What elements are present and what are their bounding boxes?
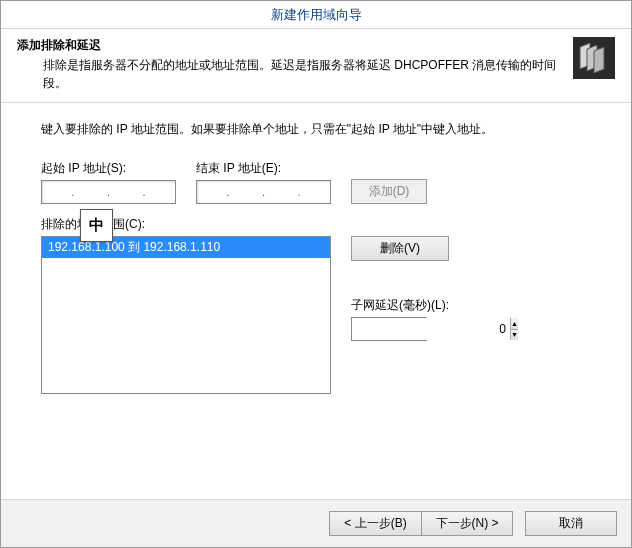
titlebar: 新建作用域向导 <box>1 1 631 29</box>
wizard-header: 添加排除和延迟 排除是指服务器不分配的地址或地址范围。延迟是指服务器将延迟 DH… <box>1 29 631 103</box>
end-ip-input[interactable]: . . . <box>196 180 331 204</box>
spinner-up-icon[interactable]: ▲ <box>511 318 518 330</box>
remove-button[interactable]: 删除(V) <box>351 236 449 261</box>
exclusion-listbox[interactable]: 192.168.1.100 到 192.168.1.110 <box>41 236 331 394</box>
wizard-icon <box>573 37 615 79</box>
header-text: 添加排除和延迟 排除是指服务器不分配的地址或地址范围。延迟是指服务器将延迟 DH… <box>17 37 565 92</box>
spinner-down-icon[interactable]: ▼ <box>511 330 518 341</box>
header-title: 添加排除和延迟 <box>17 37 565 54</box>
next-button[interactable]: 下一步(N) > <box>421 511 513 536</box>
subnet-delay-label: 子网延迟(毫秒)(L): <box>351 297 449 314</box>
wizard-footer: < 上一步(B) 下一步(N) > 取消 <box>1 499 631 547</box>
back-button[interactable]: < 上一步(B) <box>329 511 421 536</box>
ime-char: 中 <box>89 216 104 235</box>
window-title: 新建作用域向导 <box>271 6 362 24</box>
wizard-content: 键入要排除的 IP 地址范围。如果要排除单个地址，只需在"起始 IP 地址"中键… <box>1 103 631 404</box>
excluded-range-label: 排除的地址范围(C): <box>41 216 591 233</box>
start-ip-label: 起始 IP 地址(S): <box>41 160 176 177</box>
ime-indicator[interactable]: 中 <box>80 209 113 242</box>
cancel-button[interactable]: 取消 <box>525 511 617 536</box>
start-ip-input[interactable]: . . . <box>41 180 176 204</box>
subnet-delay-input[interactable] <box>352 318 510 340</box>
instruction-text: 键入要排除的 IP 地址范围。如果要排除单个地址，只需在"起始 IP 地址"中键… <box>41 121 591 138</box>
subnet-delay-spinner[interactable]: ▲ ▼ <box>351 317 427 341</box>
end-ip-label: 结束 IP 地址(E): <box>196 160 331 177</box>
header-description: 排除是指服务器不分配的地址或地址范围。延迟是指服务器将延迟 DHCPOFFER … <box>43 56 565 92</box>
add-button[interactable]: 添加(D) <box>351 179 427 204</box>
